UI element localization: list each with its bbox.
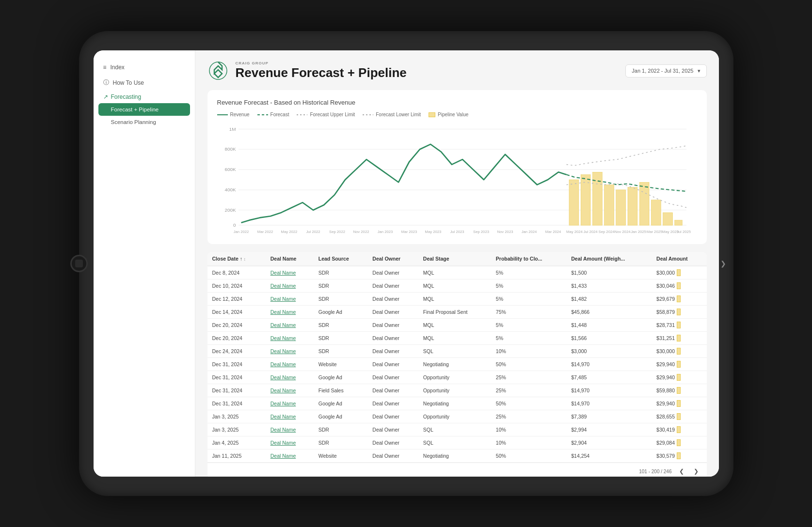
home-button[interactable]	[70, 255, 88, 272]
table-row: Dec 10, 2024 Deal Name SDR Deal Owner MQ…	[207, 279, 707, 293]
cell-deal-name[interactable]: Deal Name	[266, 397, 314, 410]
main-content: CRAIG GROUP Revenue Forecast + Pipeline …	[195, 50, 719, 477]
deal-name-link[interactable]: Deal Name	[271, 374, 296, 380]
deal-name-link[interactable]: Deal Name	[271, 322, 296, 328]
cell-close-date: Dec 20, 2024	[207, 332, 266, 345]
cell-lead-source: Google Ad	[314, 306, 368, 319]
tablet-frame: ❯ ≡ Index ⓘ How To Use ↗ Forecasting For…	[79, 31, 733, 496]
deal-amount-value: $30,419	[656, 427, 675, 433]
deal-name-link[interactable]: Deal Name	[271, 348, 296, 354]
svg-rect-20	[651, 200, 661, 225]
cell-deal-name[interactable]: Deal Name	[266, 345, 314, 358]
pagination-next-button[interactable]: ❯	[691, 467, 701, 476]
cell-lead-source: SDR	[314, 293, 368, 306]
cell-close-date: Dec 31, 2024	[207, 371, 266, 384]
deal-name-link[interactable]: Deal Name	[271, 414, 296, 419]
table-row: Dec 31, 2024 Deal Name Field Sales Deal …	[207, 384, 707, 397]
cell-deal-name[interactable]: Deal Name	[266, 293, 314, 306]
deal-name-link[interactable]: Deal Name	[271, 401, 296, 406]
deal-amount-value: $28,655	[656, 414, 675, 419]
cell-deal-name[interactable]: Deal Name	[266, 410, 314, 423]
deal-amount-value: $29,940	[656, 401, 675, 406]
deal-amount-value: $31,251	[656, 335, 675, 341]
sidebar-item-how-to-use[interactable]: ⓘ How To Use	[94, 75, 195, 91]
deal-name-link[interactable]: Deal Name	[271, 270, 296, 276]
cell-deal-owner: Deal Owner	[367, 319, 418, 332]
cell-deal-owner: Deal Owner	[367, 384, 418, 397]
cell-deal-stage: SQL	[418, 345, 491, 358]
cell-deal-amount: $29,940	[652, 358, 706, 371]
legend-lower-limit-label: Forecast Lower Limit	[376, 112, 421, 117]
table-row: Jan 11, 2025 Deal Name Website Deal Owne…	[207, 450, 707, 463]
deal-amount-value: $29,679	[656, 296, 675, 302]
cell-weighted-amount: $45,866	[566, 306, 652, 319]
svg-text:Mar 2025: Mar 2025	[646, 230, 662, 234]
sidebar-item-index[interactable]: ≡ Index	[94, 60, 195, 75]
svg-text:600K: 600K	[224, 167, 236, 172]
cell-close-date: Dec 31, 2024	[207, 358, 266, 371]
chart-legend: Revenue Forecast Forecast Upper Limit Fo…	[217, 112, 697, 117]
cell-deal-stage: SQL	[418, 423, 491, 436]
cell-deal-amount: $30,579	[652, 450, 706, 463]
deal-amount-bar-indicator	[677, 269, 681, 276]
col-deal-amount: Deal Amount	[652, 252, 706, 266]
deal-name-link[interactable]: Deal Name	[271, 440, 296, 446]
svg-text:200K: 200K	[224, 207, 236, 213]
cell-deal-name[interactable]: Deal Name	[266, 358, 314, 371]
cell-deal-name[interactable]: Deal Name	[266, 450, 314, 463]
date-range-label: Jan 1, 2022 - Jul 31, 2025	[632, 68, 693, 74]
cell-deal-name[interactable]: Deal Name	[266, 279, 314, 293]
deal-name-link[interactable]: Deal Name	[271, 388, 296, 393]
deal-name-link[interactable]: Deal Name	[271, 453, 296, 459]
legend-upper-limit-label: Forecast Upper Limit	[310, 112, 355, 117]
sidebar-scenario-planning-label: Scenario Planning	[111, 119, 156, 125]
page-title-area: CRAIG GROUP Revenue Forecast + Pipeline	[207, 60, 407, 81]
cell-deal-name[interactable]: Deal Name	[266, 332, 314, 345]
col-probability: Probability to Clo...	[491, 252, 566, 266]
cell-lead-source: SDR	[314, 266, 368, 279]
pagination-prev-button[interactable]: ❮	[677, 467, 686, 476]
sidebar-item-index-label: Index	[111, 64, 125, 71]
cell-weighted-amount: $14,254	[566, 450, 652, 463]
legend-revenue-label: Revenue	[230, 112, 250, 117]
cell-weighted-amount: $1,448	[566, 319, 652, 332]
cell-deal-owner: Deal Owner	[367, 410, 418, 423]
col-close-date[interactable]: Close Date ↑	[207, 252, 266, 266]
cell-probability: 25%	[491, 371, 566, 384]
cell-deal-name[interactable]: Deal Name	[266, 371, 314, 384]
cell-deal-name[interactable]: Deal Name	[266, 423, 314, 436]
deal-name-link[interactable]: Deal Name	[271, 296, 296, 302]
deal-name-link[interactable]: Deal Name	[271, 309, 296, 315]
cell-deal-stage: MQL	[418, 293, 491, 306]
deals-table: Close Date ↑ Deal Name Lead Source Deal …	[207, 252, 707, 463]
deal-name-link[interactable]: Deal Name	[271, 283, 296, 289]
cell-deal-name[interactable]: Deal Name	[266, 436, 314, 450]
cell-close-date: Jan 3, 2025	[207, 423, 266, 436]
svg-text:Jan 2024: Jan 2024	[521, 230, 537, 234]
cell-deal-owner: Deal Owner	[367, 397, 418, 410]
deal-amount-bar-indicator	[677, 335, 681, 341]
svg-text:Jan 2022: Jan 2022	[233, 230, 249, 234]
cell-deal-name[interactable]: Deal Name	[266, 384, 314, 397]
cell-deal-stage: MQL	[418, 279, 491, 293]
deal-amount-bar-indicator	[677, 348, 681, 355]
table-footer: 101 - 200 / 246 ❮ ❯	[207, 463, 707, 477]
cell-weighted-amount: $14,970	[566, 397, 652, 410]
svg-text:Jul 2022: Jul 2022	[306, 230, 320, 234]
sidebar-item-forecast-pipeline[interactable]: Forecast + Pipeline	[98, 103, 190, 116]
table-row: Dec 14, 2024 Deal Name Google Ad Deal Ow…	[207, 306, 707, 319]
sidebar-item-scenario-planning[interactable]: Scenario Planning	[94, 116, 195, 128]
deal-name-link[interactable]: Deal Name	[271, 427, 296, 433]
deal-name-link[interactable]: Deal Name	[271, 335, 296, 341]
cell-deal-name[interactable]: Deal Name	[266, 266, 314, 279]
date-range-selector[interactable]: Jan 1, 2022 - Jul 31, 2025 ▾	[625, 64, 706, 78]
cell-deal-name[interactable]: Deal Name	[266, 319, 314, 332]
cell-deal-name[interactable]: Deal Name	[266, 306, 314, 319]
sidebar-item-how-to-use-label: How To Use	[113, 79, 144, 86]
col-deal-owner: Deal Owner	[367, 252, 418, 266]
legend-lower-limit-line	[363, 114, 373, 115]
sidebar-item-forecasting[interactable]: ↗ Forecasting	[94, 91, 195, 103]
cell-close-date: Dec 24, 2024	[207, 345, 266, 358]
cell-probability: 10%	[491, 345, 566, 358]
deal-name-link[interactable]: Deal Name	[271, 361, 296, 367]
